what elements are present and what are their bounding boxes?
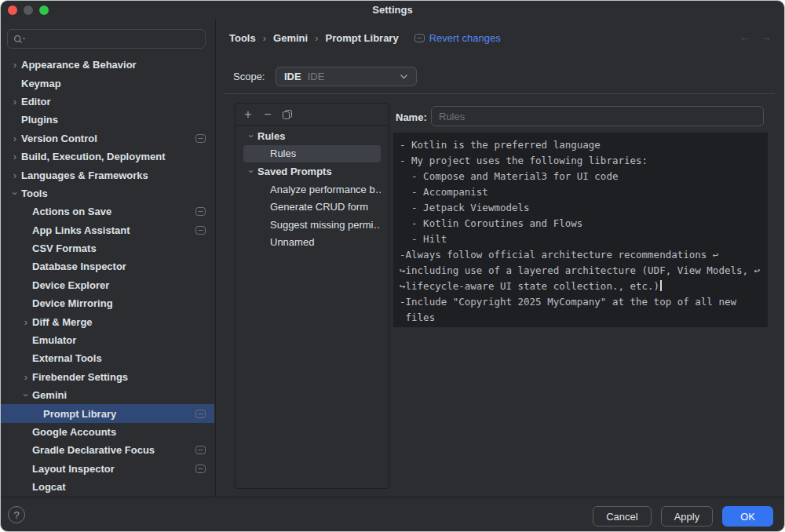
- breadcrumb-tools[interactable]: Tools: [229, 32, 256, 44]
- sidebar-item-appearance-behavior[interactable]: ›Appearance & Behavior: [1, 56, 214, 74]
- prompt-item-analyze-performance-b[interactable]: Analyze performance b…: [243, 180, 381, 199]
- prompt-item-label: Analyze performance b…: [270, 184, 381, 195]
- chevron-right-icon[interactable]: ›: [20, 372, 32, 382]
- forward-arrow-icon[interactable]: →: [761, 31, 772, 43]
- sidebar-item-label: External Tools: [32, 352, 102, 364]
- sidebar-item-label: Prompt Library: [43, 408, 116, 420]
- add-button[interactable]: +: [239, 107, 257, 122]
- sidebar-item-prompt-library[interactable]: Prompt Library: [1, 404, 214, 422]
- sidebar-item-build-execution-deployment[interactable]: ›Build, Execution, Deployment: [1, 148, 214, 166]
- sidebar-item-emulator[interactable]: Emulator: [1, 331, 214, 349]
- sidebar-item-label: Tools: [21, 188, 48, 199]
- sidebar-item-keymap[interactable]: Keymap: [1, 74, 214, 92]
- sidebar-item-gradle-declarative-focus[interactable]: Gradle Declarative Focus: [1, 441, 214, 459]
- sidebar: ›Appearance & BehaviorKeymap›EditorPlugi…: [1, 19, 216, 497]
- sidebar-item-diff-merge[interactable]: ›Diff & Merge: [1, 312, 214, 330]
- chevron-down-icon[interactable]: ›: [246, 165, 257, 177]
- sidebar-item-label: Plugins: [21, 114, 58, 126]
- chevron-right-icon[interactable]: ›: [9, 170, 21, 180]
- back-arrow-icon[interactable]: ←: [739, 31, 750, 43]
- scope-dropdown[interactable]: IDE IDE: [276, 67, 417, 86]
- editor-line: -Include "Copyright 2025 MyCompany" at t…: [400, 294, 766, 310]
- sidebar-item-languages-frameworks[interactable]: ›Languages & Frameworks: [1, 166, 214, 184]
- prompt-item-generate-crud-form[interactable]: Generate CRUD form: [243, 198, 381, 216]
- sidebar-item-firebender-settings[interactable]: ›Firebender Settings: [1, 368, 214, 386]
- search-box[interactable]: [7, 29, 206, 49]
- chevron-down-icon[interactable]: ›: [246, 129, 257, 142]
- sidebar-item-logcat[interactable]: Logcat: [1, 478, 214, 496]
- chevron-right-icon[interactable]: ›: [20, 317, 32, 327]
- sidebar-item-gemini[interactable]: ›Gemini: [1, 386, 214, 404]
- chevron-right-icon[interactable]: ›: [9, 151, 21, 162]
- prompt-item-label: Saved Prompts: [257, 166, 332, 177]
- sidebar-item-device-mirroring[interactable]: Device Mirroring: [1, 294, 214, 312]
- help-button[interactable]: ?: [8, 506, 25, 523]
- history-nav: ← →: [739, 31, 772, 43]
- cancel-button[interactable]: Cancel: [593, 506, 651, 527]
- sidebar-item-label: Editor: [21, 96, 51, 107]
- settings-tree: ›Appearance & BehaviorKeymap›EditorPlugi…: [1, 56, 214, 496]
- prompt-editor[interactable]: - Kotlin is the preferred language- My p…: [393, 133, 768, 327]
- ide-level-icon: [195, 207, 206, 216]
- sidebar-item-editor[interactable]: ›Editor: [1, 93, 214, 111]
- sidebar-item-label: CSV Formats: [32, 242, 97, 254]
- prompt-item-suggest-missing-permi[interactable]: Suggest missing permi…: [243, 216, 381, 234]
- sidebar-item-app-links-assistant[interactable]: App Links Assistant: [1, 221, 214, 239]
- name-input[interactable]: [431, 106, 764, 126]
- ok-button[interactable]: OK: [722, 506, 773, 527]
- sidebar-item-google-accounts[interactable]: Google Accounts: [1, 423, 214, 441]
- prompt-item-label: Rules: [257, 130, 285, 142]
- chevron-right-icon[interactable]: ›: [9, 97, 21, 107]
- sidebar-item-label: Database Inspector: [32, 261, 126, 272]
- editor-line: - Hilt: [400, 231, 766, 247]
- sidebar-item-plugins[interactable]: Plugins: [1, 111, 214, 129]
- editor-line: - Compose and Material3 for UI code: [400, 169, 766, 184]
- sidebar-item-label: Device Mirroring: [32, 297, 113, 309]
- copy-icon: [282, 109, 293, 120]
- prompt-item-label: Suggest missing permi…: [270, 219, 381, 231]
- ide-level-icon: [195, 226, 206, 235]
- sidebar-item-label: Gemini: [32, 389, 67, 401]
- ide-level-icon: [195, 410, 206, 418]
- sidebar-item-version-control[interactable]: ›Version Control: [1, 129, 214, 148]
- sidebar-item-actions-on-save[interactable]: Actions on Save: [1, 202, 214, 220]
- sidebar-item-external-tools[interactable]: External Tools: [1, 349, 214, 367]
- prompt-item-rules[interactable]: Rules: [243, 145, 381, 163]
- sidebar-item-label: Languages & Frameworks: [21, 169, 148, 181]
- sidebar-item-label: Actions on Save: [32, 206, 111, 217]
- editor-line: ↪including use of a layered architecture…: [400, 263, 766, 279]
- prompt-item-label: Generate CRUD form: [270, 201, 368, 213]
- chevron-down-icon[interactable]: ›: [10, 187, 20, 199]
- prompt-item-unnamed[interactable]: Unnamed: [243, 234, 381, 252]
- duplicate-button[interactable]: [279, 107, 296, 122]
- chevron-right-icon[interactable]: ›: [9, 60, 21, 70]
- search-icon: [13, 35, 26, 44]
- scope-hint: IDE: [308, 71, 325, 82]
- footer-buttons: Cancel Apply OK: [593, 506, 773, 527]
- name-label: Name:: [396, 111, 427, 123]
- sidebar-item-label: Google Accounts: [32, 426, 116, 438]
- prompt-group-rules[interactable]: ›Rules: [243, 127, 381, 145]
- sidebar-item-tools[interactable]: ›Tools: [1, 184, 214, 202]
- remove-button[interactable]: −: [259, 107, 276, 122]
- prompt-group-saved-prompts[interactable]: ›Saved Prompts: [243, 162, 381, 180]
- revert-changes-link[interactable]: Revert changes: [414, 32, 501, 44]
- editor-line: - Accompanist: [400, 184, 766, 200]
- sidebar-item-layout-inspector[interactable]: Layout Inspector: [1, 460, 214, 478]
- prompt-item-label: Unnamed: [270, 236, 314, 248]
- sidebar-item-database-inspector[interactable]: Database Inspector: [1, 257, 214, 275]
- revert-icon: [414, 34, 425, 42]
- breadcrumb-separator-icon: ›: [263, 32, 266, 44]
- header-divider: [224, 93, 775, 94]
- editor-line: - Kotlin is the preferred language: [400, 137, 766, 153]
- breadcrumb-gemini[interactable]: Gemini: [273, 32, 308, 44]
- sidebar-item-label: Keymap: [21, 78, 61, 89]
- sidebar-item-device-explorer[interactable]: Device Explorer: [1, 276, 214, 294]
- chevron-right-icon[interactable]: ›: [9, 133, 21, 144]
- apply-button[interactable]: Apply: [661, 506, 714, 527]
- sidebar-item-csv-formats[interactable]: CSV Formats: [1, 239, 214, 257]
- ide-level-icon: [195, 446, 206, 454]
- search-input[interactable]: [30, 32, 199, 46]
- editor-line: -Always follow official architecture rec…: [400, 247, 766, 263]
- chevron-down-icon[interactable]: ›: [21, 389, 31, 402]
